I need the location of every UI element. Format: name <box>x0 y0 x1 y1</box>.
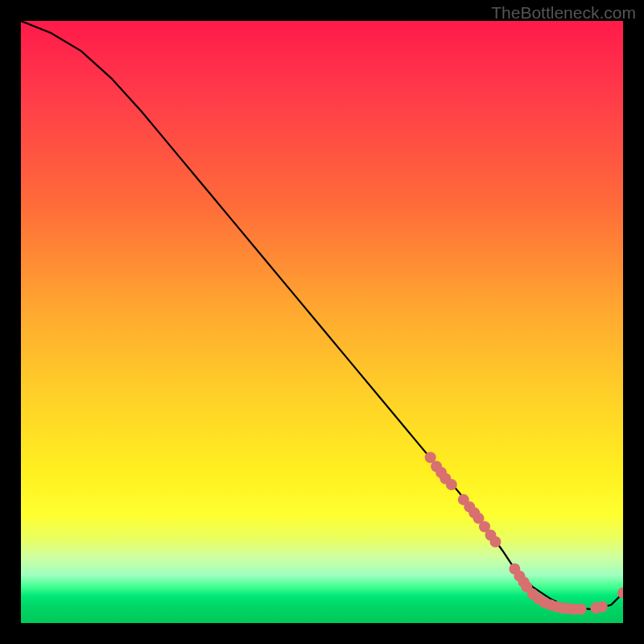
chart-svg <box>21 21 623 623</box>
curve-layer <box>21 21 623 609</box>
marker-layer <box>425 452 623 615</box>
chart-container: TheBottleneck.com <box>0 0 644 644</box>
data-marker <box>446 479 457 490</box>
data-marker <box>576 604 587 615</box>
plot-area <box>21 21 623 623</box>
data-marker <box>489 536 501 547</box>
watermark-text: TheBottleneck.com <box>491 3 636 23</box>
data-marker <box>597 601 608 613</box>
bottleneck-curve <box>21 21 623 609</box>
